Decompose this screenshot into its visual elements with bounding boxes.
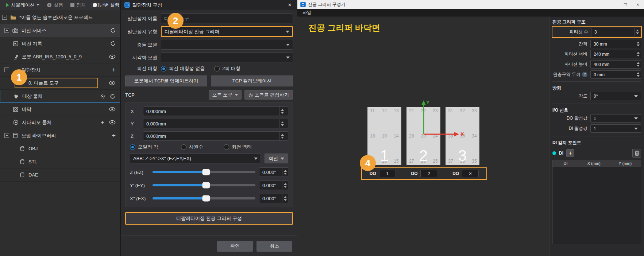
euler-angle-radio[interactable]: 오일러 각	[130, 144, 158, 150]
spinner[interactable]	[635, 50, 641, 58]
pose-tool-button[interactable]: 포즈 도구	[209, 90, 242, 100]
symmetry-none-radio[interactable]: 회전 대칭성 없음	[161, 65, 205, 72]
partition-count-input[interactable]: 3	[591, 28, 640, 36]
tree-item-stl[interactable]: STL	[0, 155, 120, 168]
slider-handle[interactable]	[202, 182, 210, 189]
edit-pose-button[interactable]: ◎ 포즈를 편집하기	[244, 90, 293, 100]
spinner[interactable]	[282, 168, 288, 177]
spinner[interactable]	[282, 181, 288, 190]
tcp-y-input[interactable]: 0.000mm	[143, 119, 288, 128]
close-button[interactable]: ×	[632, 0, 644, 9]
ey-slider[interactable]	[153, 184, 255, 186]
add-di-point-button[interactable]: +	[566, 149, 574, 157]
tree-item-label: 대상 물체	[22, 93, 43, 100]
spinner[interactable]	[634, 28, 640, 36]
add-end-effector-button[interactable]: +	[112, 67, 116, 73]
type-dropdown[interactable]: 디팔레타이징 진공 그리퍼	[162, 27, 292, 36]
tcp-calibration-button[interactable]: TCP 캘리브레이션	[211, 75, 293, 86]
refresh-icon[interactable]	[110, 94, 115, 99]
visual-model-dropdown[interactable]	[161, 53, 293, 62]
gear-icon[interactable]	[100, 94, 105, 99]
rotation-vector-radio[interactable]: 회전 벡터	[224, 144, 252, 150]
configure-vacuum-gripper-button[interactable]: 디팔레타이징 진공 그리퍼 구성	[125, 212, 293, 225]
cancel-button[interactable]: 취소	[257, 241, 292, 252]
gripper-canvas[interactable]: 진공 그리퍼 바닥면 111213 181014 171615 1 212223…	[297, 16, 549, 256]
maximize-button[interactable]: □	[619, 0, 632, 9]
slider-handle[interactable]	[202, 195, 210, 202]
spinner[interactable]	[279, 107, 285, 116]
minimize-button[interactable]: –	[607, 0, 619, 9]
tree-item-vision-record[interactable]: 비전 기록	[0, 37, 120, 50]
do-3-input[interactable]: 3	[462, 170, 479, 177]
run-button[interactable]: 실행	[45, 2, 65, 8]
rotate-button[interactable]: 회전	[265, 154, 288, 163]
partition-height-input[interactable]: 400 mm	[590, 60, 641, 69]
tree-item-robot[interactable]: 로봇 ABB_IRB_1200_5_0_9	[0, 50, 120, 63]
tree-item-model-library[interactable]: − 모델 라이브러리 +	[0, 129, 120, 142]
eye-icon[interactable]	[109, 54, 116, 59]
di-table-body[interactable]	[552, 167, 641, 244]
collapse-icon[interactable]: −	[2, 15, 7, 20]
tcp-x-input[interactable]: 0.000mm	[143, 106, 288, 116]
collapse-icon[interactable]: −	[4, 133, 9, 138]
spinner[interactable]	[635, 71, 641, 78]
spinner[interactable]	[635, 40, 641, 48]
add-scene-object-button[interactable]: +	[100, 120, 104, 125]
chevron-down-icon[interactable]	[36, 4, 39, 6]
do-active-dropdown[interactable]: 1	[590, 114, 641, 123]
tree-item-obj[interactable]: OBJ	[0, 142, 120, 155]
spinner[interactable]	[635, 61, 641, 68]
quaternion-radio[interactable]: 사원수	[181, 144, 203, 150]
y-label: Y	[130, 121, 143, 127]
spinner[interactable]	[279, 132, 285, 140]
di-active-dropdown[interactable]: 1	[590, 124, 641, 133]
spinner[interactable]	[282, 194, 288, 203]
tree-item-floor[interactable]: 바닥	[0, 103, 120, 116]
do-1-input[interactable]: 1	[379, 170, 396, 177]
menu-file[interactable]: 파일	[302, 9, 311, 16]
collision-model-dropdown[interactable]	[161, 40, 293, 50]
last-run-toggle[interactable]	[92, 2, 92, 8]
tree-item-scene-object[interactable]: 시나리오 물체 +	[0, 116, 120, 129]
ez-slider[interactable]	[153, 171, 255, 173]
update-tcp-button[interactable]: 로봇에서 TCP를 업데이트하기	[125, 75, 207, 86]
tree-item-vision-service[interactable]: + 비전 서비스	[0, 24, 120, 37]
tree-item-dae[interactable]: DAE	[0, 168, 120, 182]
spacing-input[interactable]: 30 mm	[590, 40, 641, 48]
eye-icon[interactable]	[109, 120, 116, 125]
refresh-icon[interactable]	[110, 28, 116, 33]
euler-convention-dropdown[interactable]: ABB: Z->Y'->X'' (EZ,EY,EX)	[130, 154, 261, 163]
partition-2[interactable]: 212223 282024 272625 2	[406, 107, 440, 165]
ex-slider[interactable]	[153, 197, 255, 199]
ex-value-input[interactable]: 0.000°	[259, 194, 288, 203]
add-model-button[interactable]: +	[112, 133, 116, 139]
refresh-icon[interactable]	[110, 41, 116, 46]
expand-icon[interactable]: +	[4, 28, 9, 33]
ez-value-input[interactable]: 0.000°	[259, 167, 288, 177]
partition-3[interactable]: 313233 383034 373635 3	[446, 107, 479, 165]
help-icon[interactable]: ?	[582, 72, 587, 77]
tree-item-solution-root[interactable]: − *이름 없는 솔루션/새로운 프로젝트	[0, 11, 120, 24]
tcp-z-input[interactable]: 0.000mm	[143, 131, 288, 141]
slider-handle[interactable]	[202, 169, 210, 175]
do-2-input[interactable]: 2	[420, 170, 437, 177]
close-icon[interactable]: ×	[286, 2, 294, 8]
simulation-button[interactable]: 시뮬레이션	[4, 2, 41, 8]
app-icon	[124, 2, 130, 8]
eye-icon[interactable]	[109, 81, 116, 85]
eye-icon[interactable]	[109, 107, 116, 112]
buffer-thickness-input[interactable]: 0 mm	[590, 70, 641, 79]
spinner[interactable]	[279, 119, 285, 128]
symmetry-two-radio[interactable]: 2회 대칭	[214, 65, 240, 72]
delete-di-point-button[interactable]	[632, 149, 641, 158]
ey-value-input[interactable]: 0.000°	[259, 181, 288, 190]
ok-button[interactable]: 확인	[217, 241, 253, 252]
buffer-thickness-label: 완충구역 두께	[553, 71, 581, 78]
stop-button[interactable]: 정지	[69, 2, 87, 8]
collapse-icon[interactable]: −	[4, 67, 9, 72]
partition-width-input[interactable]: 240 mm	[590, 50, 641, 58]
simulation-toolbar: 시뮬레이션 실행 정지 지난번 실행 상	[0, 0, 120, 10]
stop-icon	[70, 3, 74, 7]
tree-item-target-object[interactable]: 대상 물체	[0, 90, 120, 103]
angle-dropdown[interactable]: 0°	[590, 92, 641, 100]
